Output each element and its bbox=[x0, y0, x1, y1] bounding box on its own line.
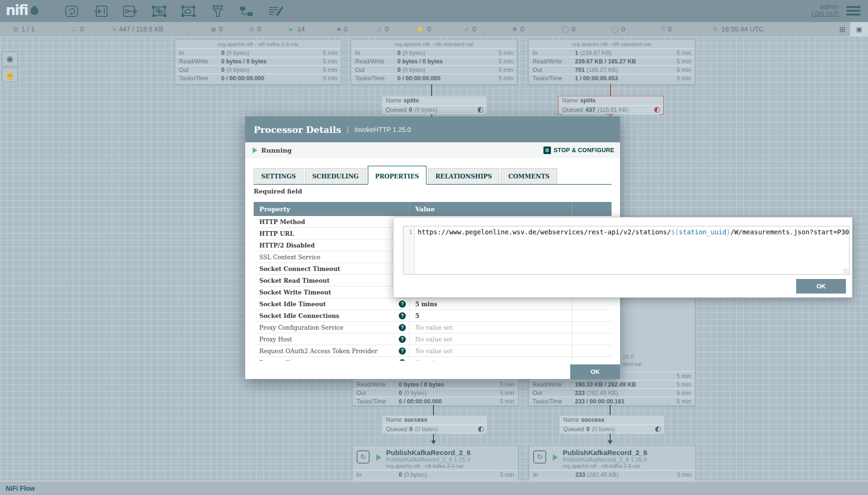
stop-and-configure-button[interactable]: ⚙ STOP & CONFIGURE bbox=[543, 147, 614, 154]
processor-mini: org.apache.nifi - nifi-standard-nar In0(… bbox=[351, 39, 517, 85]
nifi-drop-icon bbox=[29, 5, 40, 16]
dialog-header: Processor Details | InvokeHTTP 1.25.0 bbox=[245, 116, 620, 142]
stat-row: Out0(0 bytes)5 min bbox=[353, 388, 518, 397]
backpressure-bar bbox=[437, 432, 484, 434]
property-name: Request Username bbox=[254, 357, 410, 361]
locally-modified-status: ✱0 bbox=[512, 22, 524, 36]
property-value-empty[interactable]: No value set bbox=[410, 333, 572, 345]
table-row: Socket Idle Connections5 bbox=[254, 310, 612, 322]
tab-comments[interactable]: COMMENTS bbox=[501, 168, 557, 184]
up-to-date-status: ✓0 bbox=[464, 22, 476, 36]
processor-mini: org.apache.nifi - nifi-kafka-2-6-nar In0… bbox=[175, 39, 341, 85]
backpressure-bar bbox=[613, 113, 660, 115]
locally-modified-stale-status: !0 bbox=[612, 22, 625, 36]
tab-relationships[interactable]: RELATIONSHIPS bbox=[428, 168, 499, 184]
connection-label: Namesuccess Queued0(0 bytes) bbox=[559, 415, 665, 434]
help-icon[interactable] bbox=[399, 312, 406, 319]
dialog-ok-button[interactable]: OK bbox=[570, 364, 620, 379]
processor-bundle: org.apache.nifi - nifi-standard-nar bbox=[529, 40, 695, 48]
status-bar: ⊞1 / 1 ∷∷0 ≡447 / 118.5 KB ◉0 ⊘0 ►14 ■0 … bbox=[0, 22, 868, 36]
disabled-status: ⚡0 bbox=[416, 22, 431, 36]
breadcrumb[interactable]: NiFi Flow bbox=[6, 485, 35, 492]
remote-process-group-icon[interactable] bbox=[179, 3, 198, 20]
process-group-icon[interactable] bbox=[150, 3, 169, 20]
dialog-title: Processor Details bbox=[254, 124, 341, 135]
code-editor[interactable]: 1 https://www.pegelonline.wsv.de/webserv… bbox=[403, 226, 850, 275]
queued-icon: ≡ bbox=[112, 25, 116, 33]
processor-state: Running bbox=[261, 147, 292, 154]
global-menu-icon[interactable] bbox=[846, 6, 860, 15]
not-transmitting-status: ⊘0 bbox=[249, 22, 261, 36]
line-number-gutter: 1 bbox=[403, 226, 415, 274]
help-icon[interactable] bbox=[399, 324, 406, 331]
invalid-status: ⚠0 bbox=[376, 22, 389, 36]
resize-handle[interactable] bbox=[844, 269, 849, 274]
property-value-empty[interactable]: No value set bbox=[410, 345, 572, 356]
processor-bundle-fragment: dard-nar bbox=[622, 361, 642, 367]
tab-properties[interactable]: PROPERTIES bbox=[368, 166, 426, 185]
backpressure-bar bbox=[386, 432, 431, 434]
property-value-empty[interactable]: No value set bbox=[410, 322, 572, 333]
property-name: Proxy Configuration Service bbox=[254, 322, 410, 333]
cluster-icon: ⊞ bbox=[13, 25, 19, 33]
ports-icon: ∷∷ bbox=[69, 25, 78, 33]
input-port-icon[interactable] bbox=[92, 3, 110, 20]
help-icon[interactable] bbox=[399, 301, 406, 308]
stat-label: In bbox=[179, 49, 221, 57]
value-editor-popup: 1 https://www.pegelonline.wsv.de/webserv… bbox=[393, 217, 852, 298]
editor-ok-button[interactable]: OK bbox=[796, 279, 846, 294]
property-name: HTTP URL bbox=[254, 228, 410, 239]
running-icon bbox=[253, 147, 257, 153]
stat-row: Read/Write190.33 KB / 282.49 KB5 min bbox=[529, 380, 695, 388]
expression-close: } bbox=[726, 228, 730, 236]
app-header: nifi admin LOG OUT bbox=[0, 0, 868, 22]
logout-link[interactable]: LOG OUT bbox=[811, 10, 839, 17]
stat-row: Tasks/Time0 / 00:00:00.0005 min bbox=[353, 397, 518, 405]
search-panel-button[interactable]: ▣ bbox=[850, 22, 868, 36]
property-name: SSL Context Service bbox=[254, 251, 410, 263]
operate-palette-button[interactable]: ☝ bbox=[2, 68, 18, 82]
template-icon[interactable] bbox=[237, 3, 256, 20]
new-processor-icon[interactable] bbox=[62, 3, 81, 20]
backpressure-bar bbox=[614, 432, 661, 434]
last-refreshed: ↻16:55:44 UTC bbox=[713, 22, 764, 36]
title-divider: | bbox=[347, 125, 349, 134]
help-icon[interactable] bbox=[399, 359, 406, 361]
stat-value: 0 / 00:00:00.000 bbox=[221, 74, 323, 82]
navigate-palette-button[interactable]: ◉ bbox=[2, 52, 18, 66]
help-icon[interactable] bbox=[399, 336, 406, 343]
stat-size: (0 bytes) bbox=[226, 50, 249, 56]
tab-scheduling[interactable]: SCHEDULING bbox=[305, 168, 366, 184]
stat-row: Read/Write239.67 KB / 185.27 KB5 min bbox=[529, 57, 695, 65]
table-row: Socket Idle Timeout5 mins bbox=[254, 298, 612, 310]
dialog-tabs: SETTINGS SCHEDULING PROPERTIES RELATIONS… bbox=[254, 165, 612, 185]
processor-version-fragment: 25.0 bbox=[622, 354, 634, 360]
sync-failure-icon: ? bbox=[661, 25, 665, 33]
property-value[interactable]: 5 bbox=[410, 310, 572, 321]
stale-icon: ↑ bbox=[562, 26, 569, 33]
birdseye-icon[interactable]: ⊞ bbox=[839, 25, 845, 34]
stat-row: Out0(0 bytes)5 min bbox=[175, 65, 341, 74]
running-icon bbox=[376, 454, 381, 461]
running-icon: ► bbox=[288, 25, 294, 33]
stat-row: Tasks/Time233 / 00:00:00.1615 min bbox=[529, 397, 695, 405]
label-icon[interactable] bbox=[266, 3, 285, 20]
tab-settings[interactable]: SETTINGS bbox=[254, 168, 303, 184]
output-port-icon[interactable] bbox=[121, 3, 140, 20]
property-value[interactable]: 5 mins bbox=[410, 298, 572, 309]
stat-row: In0(0 bytes)5 min bbox=[351, 48, 517, 57]
table-row: Proxy Configuration ServiceNo value set bbox=[254, 322, 612, 333]
stat-row: Out233(282.49 KB)5 min bbox=[529, 388, 695, 397]
value-column-header: Value bbox=[410, 202, 572, 216]
property-value-empty[interactable]: No value set bbox=[410, 357, 572, 361]
stat-row: Tasks/Time0 / 00:00:00.0005 min bbox=[351, 74, 517, 82]
url-value-text[interactable]: https://www.pegelonline.wsv.de/webservic… bbox=[415, 226, 849, 274]
help-icon[interactable] bbox=[399, 348, 406, 355]
funnel-icon[interactable] bbox=[208, 3, 227, 20]
property-name: Socket Idle Connections bbox=[254, 310, 410, 321]
component-toolbar bbox=[62, 3, 285, 20]
refresh-icon[interactable]: ↻ bbox=[713, 25, 719, 33]
processor-type-icon: ↻ bbox=[356, 450, 370, 464]
stat-row: Out0(0 bytes)5 min bbox=[351, 65, 517, 74]
connection-label: Namesuccess Queued0(0 bytes) bbox=[382, 415, 488, 434]
